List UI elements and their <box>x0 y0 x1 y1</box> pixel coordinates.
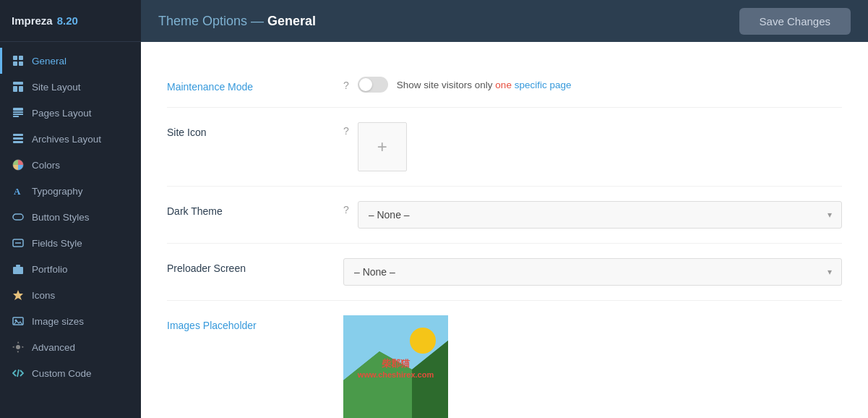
svg-rect-20 <box>16 265 20 267</box>
sidebar-label-icons: Icons <box>32 290 55 301</box>
svg-rect-2 <box>13 61 17 66</box>
maintenance-mode-toggle[interactable] <box>358 77 388 93</box>
images-placeholder-row: Images Placeholder <box>167 301 842 418</box>
dark-theme-help-icon: ? <box>343 204 349 216</box>
sidebar-label-portfolio: Portfolio <box>32 264 68 275</box>
sidebar-item-icons[interactable]: Icons <box>0 282 141 308</box>
topbar-title-main: General <box>267 14 316 28</box>
sidebar-item-site-layout[interactable]: Site Layout <box>0 74 141 100</box>
svg-rect-19 <box>13 267 23 274</box>
images-placeholder-label: Images Placeholder <box>167 315 326 331</box>
svg-line-24 <box>17 370 19 377</box>
brand-name: Impreza <box>12 14 53 27</box>
dark-theme-select-wrapper: – None – ▾ <box>358 201 842 229</box>
svg-rect-7 <box>13 108 23 111</box>
sidebar-label-site-layout: Site Layout <box>32 82 81 93</box>
svg-rect-0 <box>13 56 17 60</box>
svg-rect-1 <box>19 56 23 60</box>
portfolio-icon <box>12 263 25 276</box>
button-icon <box>12 210 25 223</box>
site-icon-upload[interactable]: + <box>358 122 407 171</box>
maintenance-mode-description: Show site visitors only one specific pag… <box>397 80 572 90</box>
dark-theme-select[interactable]: – None – <box>358 201 842 229</box>
maintenance-mode-label: Maintenance Mode <box>167 77 326 93</box>
topbar: Theme Options — General Save Changes <box>141 0 868 42</box>
sidebar-item-portfolio[interactable]: Portfolio <box>0 256 141 282</box>
sidebar-item-button-styles[interactable]: Button Styles <box>0 204 141 230</box>
pages-icon <box>12 106 25 119</box>
maintenance-mode-control: ? Show site visitors only one specific p… <box>343 77 842 93</box>
page-title: Theme Options — General <box>158 14 316 29</box>
dark-theme-label: Dark Theme <box>167 201 326 217</box>
sidebar-label-typography: Typography <box>32 186 83 197</box>
sidebar-label-advanced: Advanced <box>32 342 75 353</box>
preloader-screen-control: – None – ▾ <box>343 258 842 286</box>
site-icon-row: Site Icon ? + <box>167 108 842 187</box>
sidebar-label-colors: Colors <box>32 160 60 171</box>
images-placeholder-control: 柴郡猫 www.cheshirex.com <box>343 315 842 418</box>
colors-icon <box>12 158 25 171</box>
sidebar-item-image-sizes[interactable]: Image sizes <box>0 308 141 334</box>
archives-icon <box>12 132 25 145</box>
sidebar: Impreza 8.20 General Site Layout <box>0 0 141 418</box>
main-area: Theme Options — General Save Changes Mai… <box>141 0 868 418</box>
maintenance-mode-toggle-container: Show site visitors only one specific pag… <box>358 77 572 93</box>
dark-theme-row: Dark Theme ? – None – ▾ <box>167 187 842 244</box>
code-icon <box>12 367 25 380</box>
sidebar-header: Impreza 8.20 <box>0 0 141 42</box>
sidebar-item-typography[interactable]: A Typography <box>0 178 141 204</box>
svg-rect-6 <box>19 86 23 92</box>
sidebar-item-pages-layout[interactable]: Pages Layout <box>0 100 141 126</box>
svg-rect-13 <box>13 141 23 143</box>
upload-plus-icon: + <box>377 138 387 155</box>
sidebar-item-general[interactable]: General <box>0 48 141 74</box>
sidebar-item-archives-layout[interactable]: Archives Layout <box>0 126 141 152</box>
preloader-screen-select-wrapper: – None – ▾ <box>343 258 842 286</box>
svg-rect-10 <box>13 116 19 117</box>
dark-theme-control: ? – None – ▾ <box>343 201 842 229</box>
site-icon-label: Site Icon <box>167 122 326 138</box>
fields-icon <box>12 236 25 249</box>
sidebar-label-general: General <box>32 56 66 67</box>
settings-content: Maintenance Mode ? Show site visitors on… <box>141 42 868 418</box>
grid-icon <box>12 54 25 67</box>
maintenance-mode-help-icon: ? <box>343 80 349 91</box>
svg-rect-12 <box>13 137 23 140</box>
topbar-title-prefix: Theme Options — <box>158 14 267 28</box>
preloader-screen-label: Preloader Screen <box>167 258 326 274</box>
maintenance-mode-row: Maintenance Mode ? Show site visitors on… <box>167 62 842 108</box>
svg-point-26 <box>410 328 436 354</box>
preloader-screen-select[interactable]: – None – <box>343 258 842 286</box>
icons-icon <box>12 289 25 302</box>
save-changes-button[interactable]: Save Changes <box>739 8 851 35</box>
sidebar-item-colors[interactable]: Colors <box>0 152 141 178</box>
svg-text:A: A <box>14 186 21 197</box>
sidebar-label-pages-layout: Pages Layout <box>32 108 92 119</box>
typography-icon: A <box>12 184 25 197</box>
sidebar-nav: General Site Layout Pages Layout <box>0 42 141 418</box>
brand-version: 8.20 <box>57 14 78 27</box>
svg-marker-21 <box>13 290 23 300</box>
svg-rect-4 <box>13 82 23 85</box>
svg-rect-11 <box>13 134 23 136</box>
images-placeholder-preview[interactable]: 柴郡猫 www.cheshirex.com <box>343 315 448 418</box>
site-icon-control: ? + <box>343 122 842 171</box>
layout-icon <box>12 80 25 93</box>
sidebar-label-custom-code: Custom Code <box>32 368 92 379</box>
svg-rect-9 <box>13 114 23 115</box>
sidebar-label-button-styles: Button Styles <box>32 212 90 223</box>
sidebar-label-fields-style: Fields Style <box>32 238 82 249</box>
site-icon-help-icon: ? <box>343 125 349 137</box>
preloader-screen-row: Preloader Screen – None – ▾ <box>167 244 842 301</box>
sidebar-item-fields-style[interactable]: Fields Style <box>0 230 141 256</box>
sidebar-item-advanced[interactable]: Advanced <box>0 334 141 360</box>
svg-rect-8 <box>13 111 23 113</box>
sidebar-label-image-sizes: Image sizes <box>32 316 84 327</box>
svg-rect-16 <box>13 214 23 220</box>
sidebar-item-custom-code[interactable]: Custom Code <box>0 360 141 386</box>
gear-icon <box>12 341 25 354</box>
sidebar-label-archives-layout: Archives Layout <box>32 134 101 145</box>
svg-rect-3 <box>19 61 23 66</box>
svg-rect-5 <box>13 86 17 92</box>
image-sizes-icon <box>12 315 25 328</box>
